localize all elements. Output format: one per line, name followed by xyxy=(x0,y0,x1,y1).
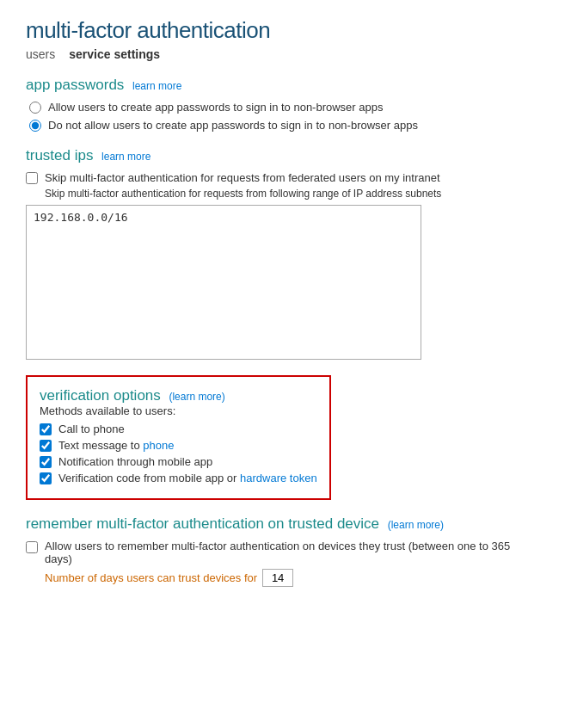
hardware-token-link[interactable]: hardware token xyxy=(240,472,317,484)
method-text-message: Text message to phone xyxy=(40,439,317,452)
app-passwords-option2[interactable]: Do not allow users to create app passwor… xyxy=(29,119,539,132)
trusted-ips-title: trusted ips learn more xyxy=(26,147,539,164)
method-hardware-token-label: Verification code from mobile app or har… xyxy=(58,472,317,484)
days-row: Number of days users can trust devices f… xyxy=(45,569,539,587)
remember-mfa-title: remember multi-factor authentication on … xyxy=(26,515,539,533)
method-text-message-checkbox[interactable] xyxy=(40,440,52,452)
ip-subnets-textarea[interactable]: 192.168.0.0/16 xyxy=(26,205,421,360)
verification-options-section: verification options (learn more) Method… xyxy=(26,375,331,500)
app-passwords-radio1[interactable] xyxy=(29,102,41,114)
verification-options-heading: verification options xyxy=(40,387,161,404)
method-mobile-app-label: Notification through mobile app xyxy=(58,455,212,468)
skip-federated-checkbox[interactable] xyxy=(26,172,38,184)
allow-remember-item: Allow users to remember multi-factor aut… xyxy=(26,540,539,565)
tab-service-settings[interactable]: service settings xyxy=(69,47,160,61)
method-text-message-label: Text message to phone xyxy=(58,439,174,452)
tab-bar: users service settings xyxy=(26,47,539,61)
method-call-phone-checkbox[interactable] xyxy=(40,423,52,435)
app-passwords-heading: app passwords xyxy=(26,77,124,93)
text-message-phone-link[interactable]: phone xyxy=(143,439,174,452)
app-passwords-option1-label: Allow users to create app passwords to s… xyxy=(48,101,383,114)
page-title: multi-factor authentication xyxy=(26,17,539,44)
trusted-ips-heading: trusted ips xyxy=(26,147,93,163)
remember-mfa-heading: remember multi-factor authentication on … xyxy=(26,515,379,532)
tab-users[interactable]: users xyxy=(26,47,55,61)
app-passwords-section: app passwords learn more Allow users to … xyxy=(26,77,539,132)
method-mobile-app: Notification through mobile app xyxy=(40,455,317,468)
trusted-ips-section: trusted ips learn more Skip multi-factor… xyxy=(26,147,539,360)
skip-federated-item: Skip multi-factor authentication for req… xyxy=(26,171,539,184)
verification-options-learn-more[interactable]: (learn more) xyxy=(169,391,224,403)
method-call-phone-label: Call to phone xyxy=(58,423,125,435)
app-passwords-options: Allow users to create app passwords to s… xyxy=(29,101,539,132)
app-passwords-option2-label: Do not allow users to create app passwor… xyxy=(48,119,418,132)
method-hardware-token-checkbox[interactable] xyxy=(40,472,52,484)
methods-label: Methods available to users: xyxy=(40,404,317,417)
remember-mfa-section: remember multi-factor authentication on … xyxy=(26,515,539,587)
app-passwords-option1[interactable]: Allow users to create app passwords to s… xyxy=(29,101,539,114)
method-mobile-app-checkbox[interactable] xyxy=(40,456,52,468)
skip-federated-label: Skip multi-factor authentication for req… xyxy=(45,171,440,184)
app-passwords-radio2[interactable] xyxy=(29,120,41,132)
days-input[interactable] xyxy=(262,569,293,587)
trusted-ips-learn-more[interactable]: learn more xyxy=(101,151,150,163)
verification-options-title: verification options (learn more) xyxy=(40,387,317,404)
days-label: Number of days users can trust devices f… xyxy=(45,571,257,584)
app-passwords-learn-more[interactable]: learn more xyxy=(132,80,181,92)
app-passwords-title: app passwords learn more xyxy=(26,77,539,94)
remember-mfa-learn-more[interactable]: (learn more) xyxy=(388,519,444,531)
method-call-phone: Call to phone xyxy=(40,423,317,435)
allow-remember-label: Allow users to remember multi-factor aut… xyxy=(45,540,539,565)
skip-range-text: Skip multi-factor authentication for req… xyxy=(45,188,539,200)
allow-remember-checkbox[interactable] xyxy=(26,541,38,553)
method-hardware-token: Verification code from mobile app or har… xyxy=(40,472,317,484)
